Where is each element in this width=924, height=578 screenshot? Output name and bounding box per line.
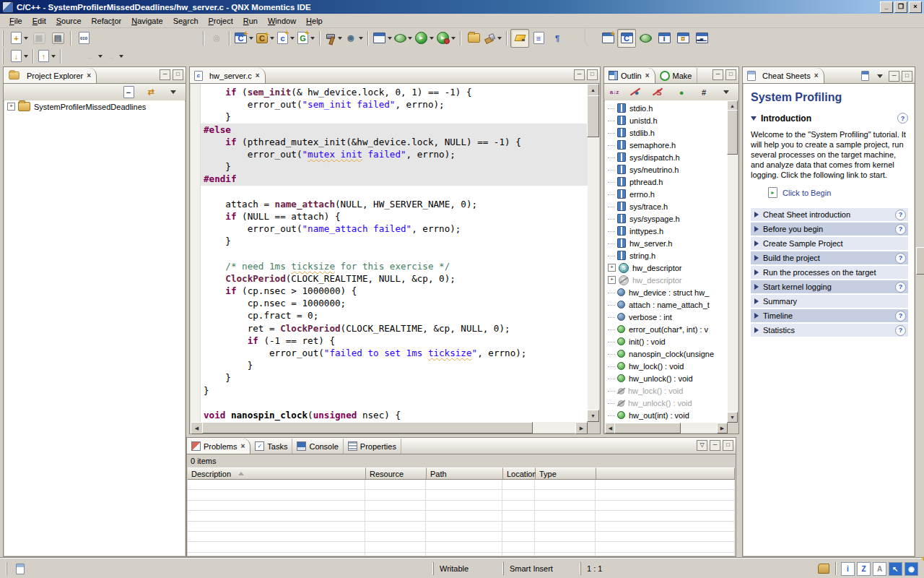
- cpp-perspective-button[interactable]: C: [617, 29, 636, 48]
- new-wizard-dropdown-icon[interactable]: [24, 37, 28, 40]
- help-icon[interactable]: [895, 224, 906, 235]
- introduction-section-header[interactable]: Introduction: [751, 113, 908, 124]
- tab-problems[interactable]: Problems×: [187, 439, 250, 454]
- outline-item[interactable]: inttypes.h: [605, 225, 728, 237]
- goto-annotation-button[interactable]: ↑: [37, 47, 57, 66]
- menu-file[interactable]: File: [4, 15, 27, 27]
- launch-console-button[interactable]: [372, 29, 393, 48]
- outline-hscrollbar[interactable]: ◀ ▶: [605, 423, 728, 433]
- hide-nonpublic-button[interactable]: ●: [672, 83, 691, 102]
- help-icon[interactable]: [895, 325, 906, 336]
- tray-font-icon[interactable]: A: [873, 562, 886, 576]
- forward-dropdown-icon[interactable]: [119, 55, 123, 58]
- outline-item[interactable]: unistd.h: [605, 114, 728, 126]
- cheat-section-cheat-sheet-introduction[interactable]: Cheat Sheet introduction: [751, 208, 908, 221]
- new-c-file-dropdown-icon[interactable]: [290, 37, 295, 40]
- new-c-project-button[interactable]: C: [233, 29, 255, 48]
- debug-dropdown-icon[interactable]: [408, 37, 412, 40]
- tree-item-project[interactable]: + SystemProfilerMissedDeadlines: [4, 100, 185, 113]
- minimize-button[interactable]: _: [880, 1, 893, 13]
- new-qnx-project-button[interactable]: C: [255, 29, 276, 48]
- menu-edit[interactable]: Edit: [27, 15, 51, 27]
- forward-button[interactable]: →: [104, 47, 125, 66]
- scroll-right-icon[interactable]: ▶: [575, 422, 588, 434]
- menu-search[interactable]: Search: [168, 15, 204, 27]
- restore-button[interactable]: ❐: [894, 1, 907, 13]
- outline-item[interactable]: stdlib.h: [605, 126, 728, 139]
- outline-item[interactable]: attach : name_attach_t: [605, 298, 728, 311]
- cheat-section-summary[interactable]: Summary: [751, 295, 908, 308]
- hide-static-button[interactable]: S: [650, 83, 668, 102]
- outline-item[interactable]: +Shw_descriptor: [605, 274, 728, 286]
- column-header-path[interactable]: Path: [427, 467, 503, 480]
- tray-gear-icon[interactable]: ◉: [905, 562, 918, 576]
- format-brush-dropdown-icon[interactable]: [497, 37, 502, 40]
- show-whitespace-button[interactable]: ¶: [548, 29, 567, 48]
- minimize-view-icon[interactable]: ─: [712, 69, 723, 80]
- maximize-view-icon[interactable]: □: [723, 440, 733, 451]
- column-header-resource[interactable]: Resource: [366, 467, 427, 480]
- back-history-faded-button[interactable]: ←: [64, 47, 83, 66]
- expand-icon[interactable]: +: [7, 103, 15, 111]
- column-header-description[interactable]: Description: [188, 467, 366, 480]
- minimize-view-icon[interactable]: ─: [889, 71, 899, 82]
- system-builder-perspective-button[interactable]: ¤: [674, 29, 692, 48]
- cheat-section-build-the-project[interactable]: Build the project: [751, 251, 908, 264]
- menu-refactor[interactable]: Refactor: [87, 15, 127, 27]
- outline-vscrollbar[interactable]: ▲ ▼: [728, 100, 738, 423]
- tab-project-explorer[interactable]: Project Explorer ×: [4, 68, 97, 83]
- tab-tasks[interactable]: ✓Tasks: [250, 439, 292, 454]
- tab-console[interactable]: Console: [292, 439, 343, 454]
- tray-info-icon[interactable]: i: [841, 562, 855, 576]
- tray-pointer-icon[interactable]: ↖: [889, 562, 902, 576]
- editor-hscrollbar[interactable]: ◀ ▶: [191, 422, 588, 433]
- collapse-all-button[interactable]: −: [119, 83, 138, 102]
- tab-make[interactable]: Make: [655, 68, 697, 83]
- outline-item[interactable]: hw_unlock() : void: [605, 397, 728, 409]
- view-menu-button[interactable]: [164, 83, 183, 102]
- menu-run[interactable]: Run: [238, 15, 263, 27]
- code-editor[interactable]: if (sem_init(& hw_device.lock, 0, 1) == …: [201, 84, 588, 422]
- outline-tree[interactable]: stdio.hunistd.hstdlib.hsemaphore.hsys/di…: [605, 100, 728, 423]
- close-button[interactable]: ×: [909, 1, 922, 13]
- back-dropdown-icon[interactable]: [98, 55, 103, 58]
- fast-view-handle[interactable]: [916, 247, 924, 275]
- new-c-file-button[interactable]: c: [276, 29, 296, 48]
- help-icon[interactable]: [895, 311, 906, 322]
- profile-dropdown-icon[interactable]: [451, 37, 456, 40]
- outline-item[interactable]: hw_lock() : void: [605, 384, 728, 397]
- outline-item[interactable]: pthread.h: [605, 176, 728, 188]
- outline-item[interactable]: hw_device : struct hw_: [605, 286, 728, 298]
- outline-item[interactable]: hw_server.h: [605, 237, 728, 249]
- cheat-section-before-you-begin[interactable]: Before you begin: [751, 223, 908, 236]
- link-with-editor-button[interactable]: ⇄: [141, 83, 160, 102]
- maximize-view-icon[interactable]: □: [173, 69, 183, 80]
- hide-fields-button[interactable]: ●: [627, 83, 646, 102]
- fast-view-button[interactable]: [6, 562, 29, 575]
- format-brush-button[interactable]: [483, 29, 503, 48]
- cheat-section-create-sample-project[interactable]: Create Sample Project: [751, 237, 908, 250]
- sort-button[interactable]: a↓z: [605, 83, 624, 102]
- outline-item[interactable]: sys/neutrino.h: [605, 163, 728, 176]
- hide-inactive-button[interactable]: #: [694, 83, 713, 102]
- outline-item[interactable]: sys/syspage.h: [605, 212, 728, 225]
- outline-menu-button[interactable]: [717, 83, 736, 102]
- outline-item[interactable]: string.h: [605, 249, 728, 262]
- target-navigator-button[interactable]: 010: [74, 29, 93, 48]
- scroll-down-icon[interactable]: ▼: [727, 412, 738, 423]
- close-icon[interactable]: ×: [814, 72, 819, 79]
- save-button[interactable]: ▦: [30, 29, 48, 48]
- close-icon[interactable]: ×: [240, 442, 245, 450]
- outline-item[interactable]: errno.h: [605, 188, 728, 200]
- run-dropdown-icon[interactable]: [430, 37, 434, 40]
- column-header-type[interactable]: Type: [536, 467, 596, 480]
- menu-help[interactable]: Help: [301, 15, 328, 27]
- scroll-down-icon[interactable]: ▼: [587, 410, 599, 422]
- close-icon[interactable]: ×: [86, 72, 92, 79]
- menu-navigate[interactable]: Navigate: [126, 15, 167, 27]
- close-icon[interactable]: ×: [255, 72, 261, 79]
- project-explorer-tree[interactable]: + SystemProfilerMissedDeadlines: [4, 100, 185, 556]
- vscroll-thumb[interactable]: [727, 110, 738, 155]
- scroll-left-icon[interactable]: ◀: [191, 422, 203, 434]
- new-wizard-button[interactable]: +: [9, 29, 30, 48]
